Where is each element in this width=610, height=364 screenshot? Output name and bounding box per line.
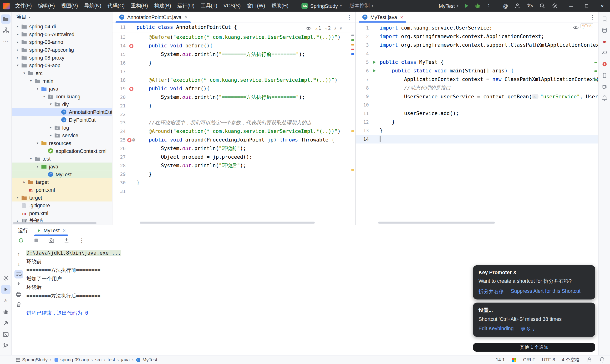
- code-line[interactable]: 13}: [355, 127, 598, 135]
- tree-item[interactable]: ▾java: [12, 162, 112, 170]
- line-number[interactable]: 13: [355, 127, 369, 135]
- aop-annotation-icon[interactable]: @: [132, 136, 135, 144]
- weak-warning-badge[interactable]: ⚠ 2: [325, 26, 331, 31]
- caret-position[interactable]: 14:1: [496, 357, 505, 363]
- menu-item[interactable]: 运行(U): [174, 0, 197, 12]
- menu-item[interactable]: 代码(C): [104, 0, 128, 12]
- code-line[interactable]: 15 System.out.println("========方法执行前====…: [113, 50, 355, 59]
- settings-icon[interactable]: [552, 3, 558, 9]
- code-line[interactable]: 24 @Around("execution(* com.kuang.servic…: [113, 127, 355, 136]
- mention-icon[interactable]: @: [503, 3, 508, 8]
- tree-item[interactable]: ▸spring-06-anno: [12, 38, 112, 46]
- notification-card[interactable]: 设置...Shortcut 'Ctrl+Alt+S' missed 38 tim…: [473, 302, 595, 337]
- line-number[interactable]: 1: [355, 24, 369, 32]
- warning-badge[interactable]: ⚠ 1: [315, 26, 321, 31]
- more-actions-icon[interactable]: ⋮: [486, 3, 491, 9]
- chevron-right-icon[interactable]: ▸: [48, 126, 54, 129]
- chevron-down-icon[interactable]: ▾: [21, 71, 27, 75]
- code-line[interactable]: 14 public void before(){: [113, 42, 355, 50]
- structure-icon[interactable]: [1, 26, 10, 35]
- problems-icon[interactable]: ⚠: [1, 296, 10, 305]
- parameter-hint-inlay[interactable]: s:: [532, 94, 538, 99]
- code-line[interactable]: 1import com.kuang.service.UserService;: [355, 24, 598, 32]
- console-line[interactable]: 环绕前: [26, 258, 598, 266]
- database-icon[interactable]: [600, 26, 609, 35]
- code-line[interactable]: 26 System.out.println("环绕前");: [113, 144, 355, 153]
- line-number[interactable]: 29: [113, 170, 126, 178]
- tree-item[interactable]: ▸spring-04-di: [12, 23, 112, 30]
- run-line-icon[interactable]: [372, 60, 377, 65]
- line-number[interactable]: 10: [355, 101, 369, 109]
- chevron-down-icon[interactable]: ▾: [35, 87, 40, 91]
- chevron-right-icon[interactable]: ▸: [21, 180, 27, 184]
- next-problem-icon[interactable]: ∨: [340, 24, 342, 33]
- reader-mode-eye-icon[interactable]: [572, 25, 579, 31]
- tree-item[interactable]: .gitignore: [12, 202, 112, 209]
- tree-item[interactable]: ▾java: [12, 85, 112, 93]
- code-line[interactable]: 4: [355, 49, 598, 58]
- close-icon[interactable]: ×: [400, 14, 403, 20]
- import-icon[interactable]: [62, 236, 71, 245]
- chevron-right-icon[interactable]: ▸: [48, 133, 54, 137]
- line-number[interactable]: 15: [113, 50, 126, 59]
- line-number[interactable]: 21: [113, 102, 126, 110]
- breadcrumb-item[interactable]: CMyTest: [136, 357, 157, 363]
- menu-item[interactable]: 工具(T): [197, 0, 221, 12]
- line-number[interactable]: 31: [113, 187, 126, 195]
- line-number[interactable]: 23: [113, 119, 126, 127]
- chevron-right-icon[interactable]: ▸: [15, 25, 21, 28]
- notification-link[interactable]: 拆分并右移: [479, 288, 504, 295]
- line-number[interactable]: 24: [113, 127, 126, 136]
- tree-item[interactable]: ▸target: [12, 178, 112, 186]
- plugin-grid-icon[interactable]: [511, 357, 516, 362]
- tree-item[interactable]: CAnnotationPointCut: [12, 108, 112, 116]
- line-number[interactable]: 8: [355, 84, 369, 92]
- close-button[interactable]: ×: [595, 0, 610, 12]
- tree-item[interactable]: mpom.xml: [12, 186, 112, 194]
- code-line[interactable]: 28 System.out.println("环绕后");: [113, 161, 355, 170]
- breadcrumb-item[interactable]: spring-09-aop: [54, 357, 89, 363]
- code-line[interactable]: 2import org.springframework.context.Appl…: [355, 32, 598, 41]
- breadcrumb-item[interactable]: SpringStudy: [15, 357, 47, 363]
- terminal-icon[interactable]: [1, 330, 10, 339]
- code-line[interactable]: 18 @After("execution(* com.kuang.service…: [113, 76, 355, 84]
- aop-advice-icon[interactable]: [129, 87, 133, 91]
- code-line[interactable]: 19 public void after(){: [113, 84, 355, 93]
- menu-item[interactable]: 导航(N): [81, 0, 104, 12]
- code-line[interactable]: 17: [113, 67, 355, 76]
- line-number[interactable]: 22: [113, 110, 126, 119]
- notifications-icon[interactable]: [600, 93, 609, 103]
- code-line[interactable]: 11 userService.add();: [355, 109, 598, 118]
- maximize-button[interactable]: [579, 0, 594, 12]
- line-number[interactable]: 25: [113, 136, 126, 144]
- project-icon[interactable]: [1, 14, 10, 24]
- aop-advice-icon[interactable]: [129, 44, 133, 48]
- lock-icon[interactable]: [586, 357, 592, 363]
- line-number[interactable]: 27: [113, 153, 126, 161]
- user-icon[interactable]: [514, 3, 521, 9]
- tree-item[interactable]: CMyTest: [12, 170, 112, 178]
- vcs-widget[interactable]: 版本控制 ▾: [350, 2, 373, 9]
- run-line-icon[interactable]: [372, 68, 377, 73]
- tree-item[interactable]: ▾resources: [12, 139, 112, 147]
- print-icon[interactable]: [14, 290, 23, 299]
- code-line[interactable]: 12 }: [355, 118, 598, 127]
- chevron-right-icon[interactable]: ▸: [15, 195, 21, 199]
- project-widget[interactable]: SS SpringStudy ▾: [302, 3, 342, 9]
- tree-item[interactable]: mpom.xml: [12, 209, 112, 217]
- thread-dump-icon[interactable]: [47, 236, 56, 245]
- notification-link[interactable]: Edit Keybinding: [479, 326, 514, 333]
- line-number[interactable]: 30: [113, 178, 126, 187]
- line-number[interactable]: 11: [113, 23, 126, 31]
- more-icon[interactable]: ⋯: [1, 37, 10, 46]
- line-number[interactable]: 14: [113, 42, 126, 50]
- soft-wrap-icon[interactable]: [14, 270, 23, 278]
- line-number[interactable]: 2: [355, 32, 369, 41]
- breadcrumb-item[interactable]: java: [121, 357, 130, 363]
- devices-icon[interactable]: [600, 71, 609, 80]
- minimize-button[interactable]: ─: [563, 0, 579, 12]
- up-icon[interactable]: ↑: [14, 250, 23, 258]
- bookmarks-icon[interactable]: [600, 14, 609, 24]
- line-number[interactable]: 28: [113, 161, 126, 170]
- debug-icon[interactable]: [1, 307, 10, 317]
